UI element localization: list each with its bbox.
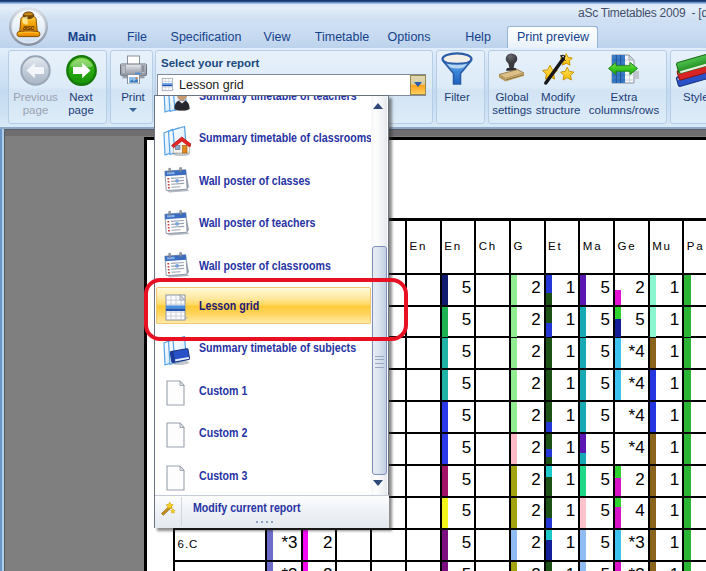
svg-text:asc: asc xyxy=(23,23,35,32)
